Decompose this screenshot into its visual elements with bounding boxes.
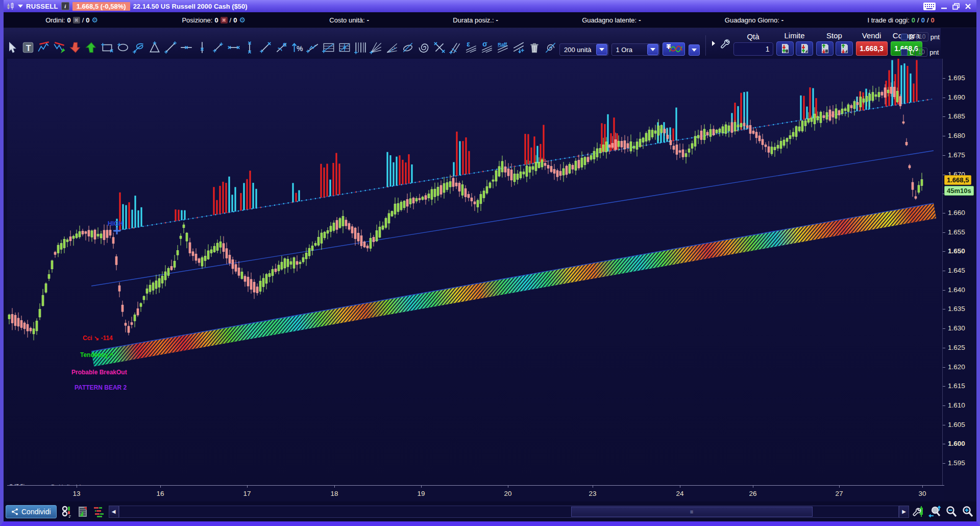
expand-panel-arrow[interactable]	[711, 40, 716, 47]
rectangle-tool-icon[interactable]	[100, 39, 114, 56]
crossed-segments-tool-icon[interactable]	[432, 39, 447, 56]
timeframe-select[interactable]: 1 Ora	[611, 43, 659, 56]
zigzag-down-tool-icon[interactable]	[52, 39, 67, 56]
limit-sell-order-button[interactable]	[776, 41, 794, 56]
ellipse-tool-icon[interactable]	[115, 39, 130, 56]
sell-button[interactable]: 1.668,3	[856, 41, 888, 56]
ray-tool-icon[interactable]	[258, 39, 273, 56]
candle	[492, 180, 494, 181]
candle	[660, 125, 663, 133]
scroll-right-button[interactable]: ▶	[899, 506, 909, 518]
close-button[interactable]	[965, 3, 971, 10]
vertical-segment-tool-icon[interactable]	[242, 39, 257, 56]
stop-checkbox[interactable]	[901, 34, 908, 40]
regression-tool-icon[interactable]	[305, 39, 320, 56]
speed-lines-tool-icon[interactable]	[384, 39, 399, 56]
limit-buy-order-button[interactable]	[796, 41, 813, 56]
share-button[interactable]: Condividi	[6, 505, 57, 518]
symbol-dropdown-caret[interactable]	[18, 5, 23, 8]
text-tool-icon[interactable]: T	[20, 39, 35, 56]
raff-channel-tool-icon[interactable]: Raff	[495, 39, 510, 56]
stop-buy-order-button[interactable]	[836, 41, 853, 56]
arrow-down-tool-icon[interactable]	[68, 39, 83, 56]
pointer-tool-icon[interactable]	[5, 39, 19, 56]
candle	[223, 244, 225, 252]
pitchfork-tool-icon[interactable]	[448, 39, 462, 56]
candle	[262, 278, 264, 287]
stop-points-input[interactable]: 10	[916, 32, 928, 41]
fibonacci-extended-tool-icon[interactable]	[337, 39, 352, 56]
chart-area[interactable]: HIGHCci ↘ -114Tendency↗Probable BreakOut…	[7, 59, 944, 490]
zoom-out-icon[interactable]	[945, 505, 958, 518]
scroll-left-button[interactable]: ◀	[109, 506, 119, 518]
add-indicator-button[interactable]	[663, 42, 685, 56]
zoom-in-icon[interactable]	[961, 505, 974, 518]
time-lines-tool-icon[interactable]	[353, 39, 368, 56]
today-trades-status: I trade di oggi: 0 / 0 / 0	[867, 16, 934, 24]
arrow-up-tool-icon[interactable]	[84, 39, 99, 56]
zigzag-up-tool-icon[interactable]	[36, 39, 51, 56]
keyboard-icon[interactable]	[923, 3, 936, 10]
time-tick-mark	[593, 486, 593, 488]
spiral-tool-icon[interactable]	[416, 39, 431, 56]
price-tick-label: 1.610	[948, 401, 965, 409]
vertical-line-tool-icon[interactable]	[194, 39, 209, 56]
loop-tool-icon[interactable]	[131, 39, 146, 56]
band-top-line[interactable]	[91, 203, 934, 351]
segment-tool-icon[interactable]	[210, 39, 225, 56]
candle	[804, 121, 806, 126]
minimize-button[interactable]	[941, 3, 947, 10]
price-axis[interactable]: 1.6951.6901.6851.6801.6751.6701.6651.660…	[942, 59, 976, 490]
impulse-bar	[255, 189, 257, 208]
units-select[interactable]: 200 unità	[559, 43, 608, 56]
order-settings-wrench-icon[interactable]	[719, 37, 730, 50]
epsilon-channel-tool-icon[interactable]: ε	[463, 39, 478, 56]
limit-checkbox[interactable]	[901, 49, 908, 56]
parallel-lines-tool-icon[interactable]	[511, 39, 526, 56]
candle	[817, 116, 819, 120]
fibonacci-tool-icon[interactable]	[321, 39, 336, 56]
report-icon[interactable]	[76, 505, 89, 518]
angle-tool-icon[interactable]: α	[274, 39, 288, 56]
scrollbar-track[interactable]: ≡	[119, 506, 899, 518]
zoom-fit-icon[interactable]	[928, 505, 942, 518]
linked-charts-icon[interactable]	[60, 505, 73, 518]
limit-points-input[interactable]: 10	[915, 47, 927, 57]
restore-button[interactable]	[952, 3, 960, 10]
phased-ellipse-tool-icon[interactable]	[400, 39, 415, 56]
trash-tool-icon[interactable]	[527, 39, 542, 56]
candle	[60, 243, 62, 249]
position-settings-icon[interactable]: ⚙	[239, 16, 246, 24]
extended-line-tool-icon[interactable]	[179, 39, 193, 56]
chart-settings-icon[interactable]	[912, 505, 925, 518]
cancel-orders-icon[interactable]: ✖	[73, 17, 80, 23]
svg-text:α: α	[283, 41, 287, 48]
impulse-bar	[295, 193, 297, 202]
scrollbar-thumb[interactable]: ≡	[571, 507, 813, 517]
info-button[interactable]: i	[61, 2, 69, 10]
candle	[636, 142, 638, 150]
chart-scrollbar[interactable]: ◀ ≡ ▶	[109, 506, 909, 518]
horizontal-segment-tool-icon[interactable]	[226, 39, 241, 56]
position-count: 0	[214, 16, 218, 24]
time-axis[interactable]: 1316171819202324262730	[7, 485, 944, 501]
orders-settings-icon[interactable]: ⚙	[92, 16, 99, 24]
sigma-channel-tool-icon[interactable]: σ	[479, 39, 494, 56]
stop-sell-order-button[interactable]	[816, 41, 834, 56]
price-tick-label: 1.675	[948, 151, 965, 159]
triangle-tool-icon[interactable]	[147, 39, 162, 56]
units-select-caret[interactable]	[596, 44, 607, 55]
candle	[238, 268, 240, 275]
trendline-tool-icon[interactable]	[163, 39, 178, 56]
cycle-lines-tool-icon[interactable]	[543, 39, 557, 56]
candlestick-chart[interactable]: HIGHCci ↘ -114Tendency↗Probable BreakOut…	[7, 59, 944, 490]
time-tick-label: 19	[417, 490, 425, 497]
pattern-detector-icon[interactable]	[92, 505, 106, 518]
gann-fan-tool-icon[interactable]	[369, 39, 383, 56]
timeframe-select-caret[interactable]	[647, 44, 658, 55]
indicator-caret[interactable]	[689, 44, 700, 56]
close-position-icon[interactable]: ✖	[220, 17, 228, 23]
percent-tool-icon[interactable]: %	[289, 39, 304, 56]
qty-input[interactable]	[733, 42, 773, 56]
impulse-bar	[675, 108, 677, 140]
